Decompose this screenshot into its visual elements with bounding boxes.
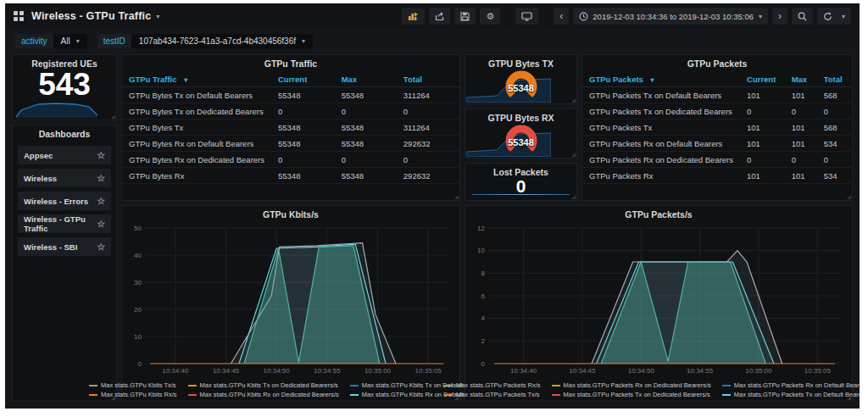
metric-value: 55348: [335, 120, 397, 136]
time-back-button[interactable]: ‹: [554, 8, 569, 25]
legend-item[interactable]: Max stats.GTPu Packets Rx on Default Bea…: [722, 381, 860, 389]
screenshot-frame: Wireless - GTPu Traffic ▾: [0, 0, 868, 417]
variable-testid: testID 107ab434-7623-41a3-a7cd-4b430456f…: [97, 34, 313, 48]
legend-color-dash: [89, 394, 97, 396]
column-header-sort[interactable]: GTPu Traffic ▾: [122, 72, 271, 87]
legend-color-dash: [350, 385, 359, 386]
metric-value: 101: [785, 87, 817, 103]
panel-title[interactable]: Lost Packets: [465, 164, 576, 177]
column-header[interactable]: Total: [817, 72, 852, 87]
lost-packets-sparkline: [472, 194, 570, 195]
dashboard-title[interactable]: Wireless - GTPu Traffic: [31, 10, 151, 22]
dashboard-link-label: Wireless: [24, 174, 57, 183]
variable-activity: activity All▾: [15, 34, 87, 48]
dashboard-link[interactable]: Wireless - SBI☆: [18, 237, 111, 256]
dashboard-link-label: Wireless - Errors: [24, 197, 88, 206]
legend-item[interactable]: Max stats.GTPu Kbits Tx/s: [89, 381, 177, 389]
legend-item[interactable]: Max stats.GTPu Kbits Rx/s: [89, 391, 177, 398]
legend-item[interactable]: Max stats.GTPu Kbits Tx on Dedicated Bea…: [188, 381, 339, 389]
legend-item[interactable]: Max stats.GTPu Packets Tx/s: [444, 391, 541, 398]
panel-title[interactable]: GTPu Packets: [582, 55, 852, 69]
variables-row: activity All▾ testID 107ab434-7623-41a3-…: [5, 29, 860, 53]
dashboard-link[interactable]: Wireless - GTPu Traffic☆: [18, 214, 111, 233]
table-row: GTPu Bytes Tx5534855348311264: [122, 120, 459, 136]
time-range-picker[interactable]: 2019-12-03 10:34:36 to 2019-12-03 10:35:…: [573, 8, 768, 25]
panel-title[interactable]: GTPu Packets/s: [465, 206, 852, 220]
refresh-interval-caret-icon[interactable]: ▾: [842, 13, 845, 20]
metric-value: 0: [785, 103, 817, 120]
legend-color-dash: [552, 394, 560, 396]
gtpu-packets-chart-panel: GTPu Packets/s 02468101210:34:4010:34:45…: [465, 205, 853, 402]
svg-text:10:34:55: 10:34:55: [687, 367, 714, 375]
gtpu-kbits-legend: Max stats.GTPu Kbits Tx/sMax stats.GTPu …: [122, 381, 459, 398]
metric-value: 101: [740, 120, 785, 136]
svg-text:40: 40: [134, 252, 142, 259]
sort-caret-icon: ▾: [651, 76, 654, 84]
title-caret-icon[interactable]: ▾: [156, 13, 159, 20]
share-button[interactable]: [429, 8, 450, 25]
svg-text:10: 10: [134, 333, 142, 341]
svg-text:10:35:00: 10:35:00: [745, 367, 772, 375]
legend-label: Max stats.GTPu Kbits Rx on Dedicated Bea…: [200, 391, 339, 398]
legend-item[interactable]: Max stats.GTPu Packets Tx on Dedicated B…: [552, 391, 711, 398]
star-icon[interactable]: ☆: [97, 150, 105, 161]
star-icon[interactable]: ☆: [97, 219, 105, 230]
metric-value: 55348: [335, 87, 397, 103]
star-icon[interactable]: ☆: [97, 196, 105, 207]
metric-name: GTPu Bytes Rx: [122, 168, 271, 184]
testid-select[interactable]: 107ab434-7623-41a3-a7cd-4b430456f36f▾: [131, 34, 313, 48]
time-forward-button[interactable]: ›: [772, 8, 787, 25]
dashboard-link[interactable]: Wireless☆: [18, 169, 111, 187]
panel-title[interactable]: GTPu Kbits/s: [122, 206, 459, 220]
sort-caret-icon: ▾: [184, 76, 187, 84]
legend-item[interactable]: Max stats.GTPu Kbits Rx on Dedicated Bea…: [188, 391, 339, 398]
legend-label: Max stats.GTPu Kbits Tx on Dedicated Bea…: [200, 381, 338, 389]
zoom-out-button[interactable]: [792, 8, 813, 25]
metric-value: 0: [785, 152, 817, 168]
panel-title[interactable]: GTPu Traffic: [122, 55, 459, 69]
dashboard-link[interactable]: Wireless - Errors☆: [18, 192, 111, 210]
column-header[interactable]: Max: [335, 72, 397, 87]
svg-text:10:35:05: 10:35:05: [804, 367, 832, 375]
gtpu-packets-chart[interactable]: 02468101210:34:4010:34:4510:34:5010:34:5…: [468, 223, 849, 375]
metric-value: 55348: [271, 136, 335, 152]
metric-value: 292632: [397, 168, 459, 184]
add-panel-icon: [408, 11, 419, 21]
metric-value: 0: [740, 103, 785, 120]
metric-value: 534: [817, 136, 852, 152]
top-navbar: Wireless - GTPu Traffic ▾: [5, 3, 860, 29]
app-menu-icon[interactable]: [14, 11, 24, 21]
legend-label: Max stats.GTPu Kbits Tx/s: [101, 381, 176, 389]
lost-packets-panel: Lost Packets 0: [465, 163, 577, 201]
cycle-view-mode-button[interactable]: [515, 8, 538, 25]
metric-value: 0: [397, 152, 459, 168]
svg-text:6: 6: [481, 292, 486, 300]
panel-title[interactable]: Dashboards: [13, 125, 116, 139]
column-header[interactable]: Current: [740, 72, 785, 87]
metric-name: GTPu Bytes Tx on Default Bearers: [122, 87, 271, 103]
dashboard-settings-button[interactable]: ⚙: [480, 8, 500, 25]
column-header[interactable]: Total: [397, 72, 459, 87]
refresh-button[interactable]: ▾: [817, 8, 851, 25]
metric-value: 0: [271, 152, 335, 168]
legend-item[interactable]: Max stats.GTPu Packets Rx/s: [444, 381, 541, 389]
registered-ues-value: 543: [13, 67, 116, 103]
gtpu-kbits-chart[interactable]: 0102030405010:34:4010:34:4510:34:5010:34…: [125, 223, 457, 375]
legend-item[interactable]: Max stats.GTPu Packets Tx on Default Bea…: [722, 391, 860, 398]
svg-text:10: 10: [477, 247, 485, 254]
save-button[interactable]: [454, 8, 476, 25]
activity-select[interactable]: All▾: [53, 34, 87, 48]
star-icon[interactable]: ☆: [97, 242, 105, 253]
add-panel-button[interactable]: [402, 8, 425, 25]
metric-value: 0: [740, 152, 785, 168]
dashboard-link[interactable]: Appsec☆: [18, 146, 111, 164]
save-icon: [460, 12, 470, 21]
column-header-sort[interactable]: GTPu Packets ▾: [582, 72, 740, 87]
legend-item[interactable]: Max stats.GTPu Packets Rx on Dedicated B…: [552, 381, 711, 389]
star-icon[interactable]: ☆: [97, 173, 105, 184]
column-header[interactable]: Max: [785, 72, 817, 87]
legend-label: Max stats.GTPu Packets Rx on Dedicated B…: [564, 381, 711, 389]
testid-label: testID: [97, 34, 131, 48]
column-header[interactable]: Current: [271, 72, 335, 87]
top-row: GTPu Traffic GTPu Traffic ▾ Current Max …: [121, 54, 853, 201]
